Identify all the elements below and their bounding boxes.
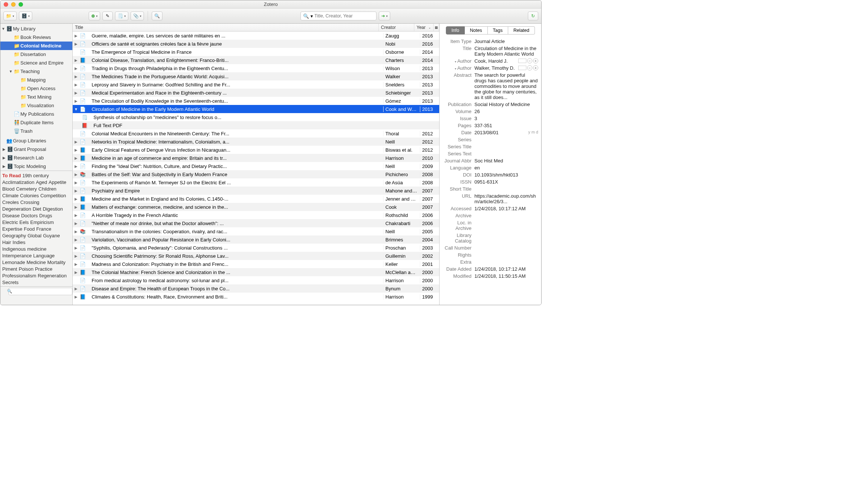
item-row[interactable]: ▶📄The Medicines Trade in the Portuguese …	[73, 72, 439, 80]
chevron-down-icon[interactable]: ▼	[1, 27, 6, 31]
item-row[interactable]: ▶📄A Horrible Tragedy in the French Atlan…	[73, 211, 439, 219]
field-value[interactable]: Social History of Medicine	[474, 102, 538, 107]
field-value[interactable]: Soc Hist Med	[474, 158, 538, 164]
tag-secrets[interactable]: Secrets	[2, 280, 19, 285]
tag-drugs[interactable]: Drugs	[39, 213, 52, 218]
collection-teaching[interactable]: ▼📁Teaching	[0, 67, 72, 76]
info-loc_archive[interactable]: Loc. in Archive	[443, 219, 538, 232]
field-value[interactable]: 26	[474, 109, 538, 114]
info-author2[interactable]: ▾ AuthorWalker, Timothy D.−+	[443, 65, 538, 72]
tag-aged[interactable]: Aged	[36, 179, 47, 185]
info-library_catalog[interactable]: Library Catalog	[443, 232, 538, 244]
tag-language[interactable]: Language	[33, 253, 55, 258]
collection-text-mining[interactable]: 📁Text Mining	[0, 93, 72, 101]
item-row[interactable]: ▶📄The Experiments of Ramón M. Termeyer S…	[73, 178, 439, 187]
item-row[interactable]: ▶📚Transnationalism in the colonies: Coop…	[73, 227, 439, 235]
field-value[interactable]: Circulation of Medicine in the Early Mod…	[474, 46, 538, 57]
field-value[interactable]: Cook, Harold J.	[474, 58, 518, 64]
tag-climate[interactable]: Climate	[2, 193, 19, 198]
item-row[interactable]: ▶📘The Colonial Machine: French Science a…	[73, 268, 439, 276]
column-picker-icon[interactable]: ▦	[434, 24, 439, 31]
tag-regeneration[interactable]: Regeneration	[38, 273, 67, 278]
disclosure-icon[interactable]: ▶	[73, 254, 79, 258]
collection-dissertation[interactable]: 📁Dissertation	[0, 50, 72, 59]
disclosure-icon[interactable]: ▶	[73, 189, 79, 193]
disclosure-icon[interactable]: ▶	[73, 34, 79, 38]
tag-cemetery[interactable]: Cemetery	[16, 186, 37, 192]
info-author1[interactable]: ▾ AuthorCook, Harold J.−+	[443, 57, 538, 65]
info-series_title[interactable]: Series Title	[443, 143, 538, 150]
tab-info[interactable]: Info	[446, 26, 465, 34]
disclosure-icon[interactable]: ▶	[73, 148, 79, 152]
tag-intemperance[interactable]: Intemperance	[2, 253, 32, 258]
info-series[interactable]: Series	[443, 136, 538, 143]
advanced-search-button[interactable]: 🔍	[152, 11, 162, 20]
item-row[interactable]: 🗒️Synthesis of scholarship on "medicines…	[73, 113, 439, 121]
disclosure-icon[interactable]: ▶	[73, 295, 79, 299]
new-library-button[interactable]: 🗄️▾	[19, 11, 32, 20]
locate-button[interactable]: ➔▾	[379, 11, 390, 20]
chevron-right-icon[interactable]: ▶	[2, 147, 6, 151]
info-series_text[interactable]: Series Text	[443, 150, 538, 157]
tag-to-read[interactable]: To Read	[2, 173, 21, 178]
tag-practice[interactable]: Practice	[35, 266, 52, 272]
item-row[interactable]: ▶📄Finding the "Ideal Diet": Nutrition, C…	[73, 162, 439, 170]
tab-notes[interactable]: Notes	[465, 26, 488, 34]
disclosure-icon[interactable]: ▶	[73, 213, 79, 217]
info-call_number[interactable]: Call Number	[443, 244, 538, 251]
item-row[interactable]: ▶📄Networks in Tropical Medicine: Interna…	[73, 138, 439, 146]
group-libraries-header[interactable]: 👥Group Libraries	[0, 136, 72, 145]
tag-filter-input[interactable]	[9, 288, 72, 295]
info-url[interactable]: URLhttps://academic.oup.com/shm/article/…	[443, 192, 538, 205]
chevron-down-icon[interactable]: ▾	[455, 67, 457, 70]
my-library[interactable]: ▼🗄️My Library	[0, 24, 72, 33]
search-field[interactable]: 🔍▾	[300, 11, 377, 20]
disclosure-icon[interactable]: ▶	[73, 91, 79, 95]
item-row[interactable]: ▶📘Medicine in an age of commerce and emp…	[73, 154, 439, 162]
tag-guyane[interactable]: Guyane	[43, 233, 60, 238]
field-value[interactable]: 3	[474, 116, 538, 121]
info-title[interactable]: TitleCirculation of Medicine in the Earl…	[443, 45, 538, 57]
item-row[interactable]: ▶📄The Circulation of Bodily Knowledge in…	[73, 97, 439, 105]
disclosure-icon[interactable]: ▶	[73, 197, 79, 201]
tag-mortality[interactable]: Mortality	[47, 260, 65, 265]
tag-global[interactable]: Global	[27, 233, 42, 238]
tag-empiricism[interactable]: Empiricism	[30, 220, 54, 225]
tag-acclimatization[interactable]: Acclimatization	[2, 179, 34, 185]
disclosure-icon[interactable]: ▶	[73, 172, 79, 177]
info-item_type[interactable]: Item TypeJournal Article	[443, 38, 538, 45]
disclosure-icon[interactable]: ▶	[73, 205, 79, 209]
field-value[interactable]: 1/24/2018, 10:17:12 AM	[474, 266, 538, 272]
field-value[interactable]: 337-351	[474, 123, 538, 128]
disclosure-icon[interactable]: ▶	[73, 140, 79, 144]
field-value[interactable]: 2013/08/01	[474, 130, 526, 135]
duplicate-items[interactable]: 🧑‍🤝‍🧑Duplicate Items	[0, 118, 72, 127]
item-row[interactable]: ▶📘Early Clinical Features of Dengue Viru…	[73, 146, 439, 154]
collection-book-reviews[interactable]: 📁Book Reviews	[0, 33, 72, 42]
info-issn[interactable]: ISSN0951-631X	[443, 178, 538, 185]
item-row[interactable]: ▶📄Madness and Colonization: Psychiatry i…	[73, 260, 439, 268]
disclosure-icon[interactable]: ▶	[73, 75, 79, 79]
disclosure-icon[interactable]: ▶	[73, 42, 79, 46]
info-journal_abbr[interactable]: Journal AbbrSoc Hist Med	[443, 157, 538, 164]
tab-related[interactable]: Related	[508, 26, 535, 34]
field-value[interactable]: 10.1093/shm/hkt013	[474, 172, 538, 178]
tag-food[interactable]: Food	[24, 226, 35, 232]
item-row[interactable]: 📄Colonial Medical Encounters in the Nine…	[73, 129, 439, 138]
chevron-icon[interactable]: ▼	[9, 69, 13, 73]
item-row[interactable]: ▶📘Climates & Constitutions: Health, Race…	[73, 293, 439, 301]
tag-blood[interactable]: Blood	[2, 186, 14, 192]
item-row[interactable]: ▶📄Disease and Empire: The Health of Euro…	[73, 284, 439, 293]
info-date_added[interactable]: Date Added1/24/2018, 10:17:12 AM	[443, 266, 538, 273]
item-row[interactable]: ▶📄Officiers de santé et soignantes créol…	[73, 40, 439, 48]
disclosure-icon[interactable]: ▶	[73, 287, 79, 291]
search-mode-chevron-icon[interactable]: ▾	[310, 13, 313, 19]
new-note-button[interactable]: 🗒️▾	[115, 11, 128, 20]
new-item-button[interactable]: ⊕▾	[89, 11, 100, 20]
collection-visualization[interactable]: 📁Visualization	[0, 101, 72, 110]
info-modified[interactable]: Modified1/24/2018, 11:50:15 AM	[443, 273, 538, 280]
chevron-right-icon[interactable]: ▶	[2, 164, 6, 168]
tag-diet[interactable]: Diet	[33, 206, 41, 212]
tag-expertise[interactable]: Expertise	[2, 226, 22, 232]
info-publication[interactable]: PublicationSocial History of Medicine	[443, 101, 538, 108]
